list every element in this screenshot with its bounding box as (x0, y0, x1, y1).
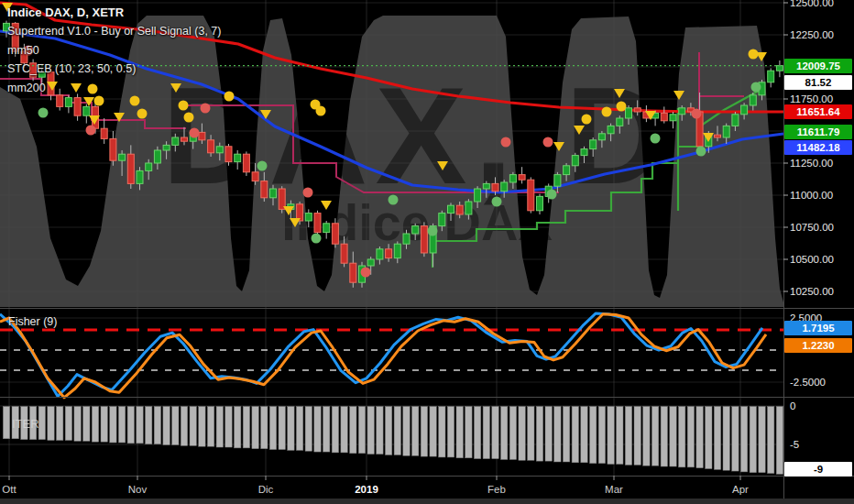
filter-tick-label: 0 (790, 400, 795, 411)
filter-bar (447, 407, 454, 457)
filter-bar (74, 407, 81, 442)
filter-bar (456, 407, 463, 458)
candle-body (181, 137, 188, 141)
filter-bar (243, 407, 249, 448)
green-dot-signal (312, 234, 322, 244)
bottom-scrollbar[interactable] (0, 499, 854, 504)
filter-bar (341, 407, 347, 453)
candle-body (377, 249, 383, 259)
filter-bar (714, 407, 720, 470)
filter-bar (83, 407, 90, 442)
candle (74, 93, 81, 120)
green-dot-signal (492, 197, 502, 207)
candle-body (412, 226, 419, 234)
yellow-dot-signal (94, 96, 104, 106)
yellow-dot-signal (130, 96, 140, 106)
candle-body (439, 214, 445, 226)
filter-bar (465, 407, 472, 458)
candle-body (332, 224, 338, 244)
yellow-dot-signal (617, 102, 627, 112)
yellow-dot-signal (184, 113, 194, 123)
candle-body (235, 154, 241, 161)
candle-body (456, 205, 463, 214)
price-badge: 11482.18 (784, 140, 852, 155)
filter-bar (679, 407, 685, 467)
filter-bar (661, 407, 667, 467)
candle-body (421, 226, 427, 253)
month-label[interactable]: Apr (732, 484, 749, 495)
filter-bar (377, 407, 383, 455)
indicator-stc-label[interactable]: STC_EB (10, 23, 50, 0.5) (7, 60, 221, 79)
indicator-supertrend-label[interactable]: Supertrend V1.0 - Buy or Sell Signal (3,… (7, 22, 221, 41)
filter-bar (92, 407, 98, 443)
filter-bar (65, 407, 71, 441)
filter-bar (154, 407, 160, 444)
filter-bar (3, 407, 9, 439)
filter-bar (101, 407, 107, 443)
filter-bar (127, 407, 134, 444)
candle (101, 118, 107, 144)
green-dot-signal (428, 226, 438, 236)
filter-bar (554, 407, 561, 462)
candle-body (65, 98, 71, 107)
candle-body (732, 115, 739, 126)
green-dot-signal (651, 134, 661, 144)
candle-body (475, 189, 481, 202)
candle-body (74, 98, 81, 116)
month-label[interactable]: Nov (128, 484, 147, 495)
yellow-dot-signal (602, 107, 612, 117)
symbol-title[interactable]: Indice DAX, D, XETR (7, 3, 221, 22)
filter-bar (572, 407, 578, 463)
month-label[interactable]: Ott (2, 484, 16, 495)
filter-bar (314, 407, 321, 453)
fisher-line (0, 313, 762, 396)
candle-body (715, 135, 721, 137)
filter-bar (750, 407, 756, 473)
indicator-mm200-label[interactable]: mm200 (7, 79, 221, 98)
filter-indicator-label[interactable]: ITER (12, 417, 39, 431)
filter-bar (696, 407, 703, 468)
filter-value-badge: -9 (784, 462, 852, 477)
filter-bar (723, 407, 729, 471)
candle-body (252, 172, 258, 181)
yellow-dot-signal (224, 92, 235, 102)
candle-body (208, 140, 214, 153)
month-label[interactable]: Feb (487, 484, 506, 495)
filter-bar (323, 407, 330, 453)
filter-bar (358, 407, 365, 454)
filter-bar (617, 407, 623, 465)
filter-bar (740, 407, 747, 472)
yellow-dot-signal (582, 115, 592, 125)
candle-body (394, 244, 400, 257)
candle-body (465, 202, 472, 214)
candle-body (634, 108, 640, 112)
filter-bar (581, 407, 587, 463)
price-tick-label: 11250.00 (790, 158, 833, 169)
month-label[interactable]: 2019 (355, 484, 378, 495)
candle-body (403, 234, 410, 244)
price-badge: 81.52 (784, 75, 852, 90)
filter-bar (563, 407, 569, 462)
filter-bar (38, 407, 45, 440)
filter-bar (261, 407, 268, 449)
indicator-mm50-label[interactable]: mm50 (7, 41, 221, 60)
filter-bar (190, 407, 196, 446)
candle (65, 95, 71, 114)
candle-body (305, 214, 312, 221)
candle-body (661, 113, 667, 120)
month-label[interactable]: Mar (605, 484, 623, 495)
filter-bar (385, 407, 391, 455)
candle (279, 186, 285, 213)
month-label[interactable]: Dic (258, 484, 274, 495)
filter-bar (509, 407, 516, 460)
filter-bar (651, 407, 658, 466)
candle-body (608, 126, 614, 133)
green-dot-signal (751, 82, 761, 93)
candle-body (519, 175, 525, 181)
price-tick-label: 12500.00 (790, 0, 834, 8)
fisher-indicator-label[interactable]: Fisher (9) (8, 315, 57, 328)
filter-bar (759, 407, 765, 473)
filter-bar (732, 407, 739, 472)
candle (83, 104, 90, 124)
filter-bar (403, 407, 410, 456)
